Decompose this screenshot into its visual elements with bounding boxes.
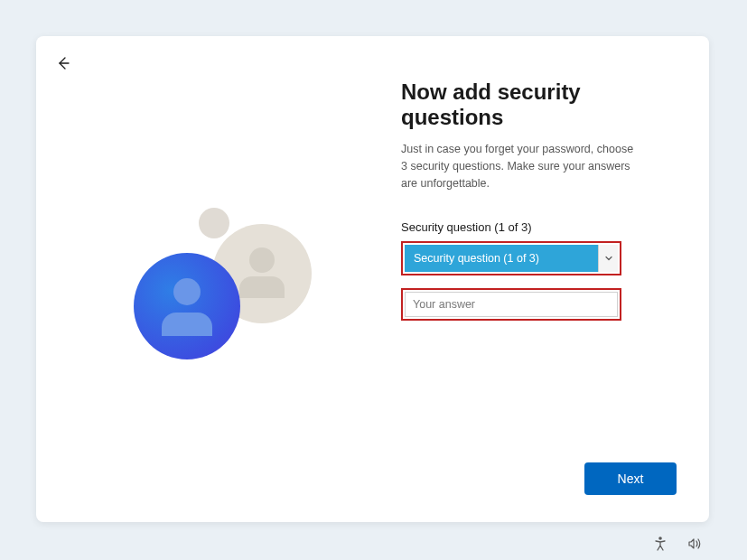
footer-icons <box>651 535 704 553</box>
left-illustration-panel <box>36 36 373 522</box>
dropdown-selected-value: Security question (1 of 3) <box>405 252 598 265</box>
security-question-label: Security question (1 of 3) <box>401 220 672 234</box>
answer-input[interactable] <box>405 292 618 317</box>
person-head-icon <box>249 247 275 273</box>
form-panel: Now add security questions Just in case … <box>401 79 672 321</box>
volume-button[interactable] <box>686 535 704 553</box>
blue-avatar <box>134 253 240 359</box>
page-subtitle: Just in case you forget your password, c… <box>401 141 636 191</box>
person-head-icon <box>173 278 201 305</box>
accessibility-button[interactable] <box>651 535 669 553</box>
small-gray-circle <box>199 208 229 238</box>
setup-card: Now add security questions Just in case … <box>36 36 709 522</box>
answer-highlight-frame <box>401 288 621 321</box>
person-body-icon <box>239 276 285 298</box>
svg-point-1 <box>658 537 662 540</box>
dropdown-arrow-button[interactable] <box>598 245 618 272</box>
person-body-icon <box>162 313 212 336</box>
user-graphic <box>126 208 343 425</box>
dropdown-highlight-frame: Security question (1 of 3) <box>401 241 621 275</box>
next-button[interactable]: Next <box>584 462 677 495</box>
chevron-down-icon <box>604 254 613 263</box>
security-question-dropdown[interactable]: Security question (1 of 3) <box>405 245 618 272</box>
page-title: Now add security questions <box>401 79 672 130</box>
volume-icon <box>686 536 703 552</box>
accessibility-icon <box>652 536 668 552</box>
